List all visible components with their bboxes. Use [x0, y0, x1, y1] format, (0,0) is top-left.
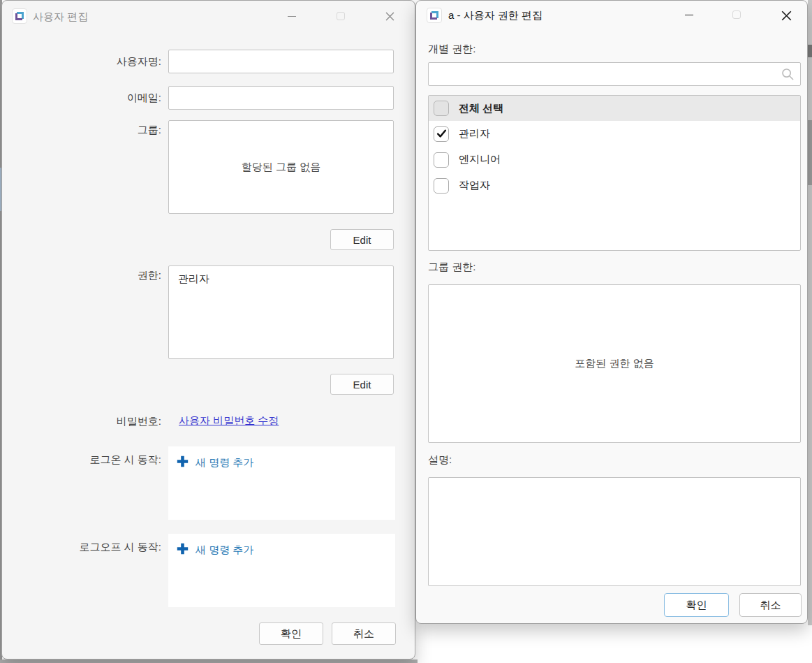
email-label: 이메일: [2, 92, 161, 105]
permission-list-items: 관리자 엔지니어 작업자 [429, 121, 800, 198]
password-label: 비밀번호: [2, 415, 161, 428]
description-label: 설명: [428, 453, 452, 467]
permissions-list-box[interactable]: 관리자 [168, 265, 394, 359]
cancel-button[interactable]: 취소 [739, 593, 802, 617]
edit-user-window: 사용자 편집 사용자명: 이메일: 그룹: 할당된 그룹 없음 Edit 권한:… [1, 0, 415, 660]
permission-list-item[interactable]: 관리자 [429, 121, 800, 147]
window-title: a - 사용자 권한 편집 [448, 9, 542, 22]
maximize-icon[interactable] [329, 6, 353, 27]
permission-list-item[interactable]: 엔지니어 [429, 147, 800, 173]
select-all-label: 전체 선택 [459, 102, 503, 115]
background-window-edge-right [808, 0, 812, 625]
description-textarea[interactable] [428, 477, 801, 586]
logon-actions-panel: 새 명령 추가 [168, 446, 395, 520]
select-all-row[interactable]: 전체 선택 [429, 96, 800, 121]
logoff-actions-panel: 새 명령 추가 [168, 534, 395, 607]
permission-label: 관리자 [459, 127, 490, 140]
group-permissions-label: 그룹 권한: [428, 261, 475, 274]
background-edge-right-segment [808, 45, 812, 57]
permission-search-input[interactable] [429, 63, 800, 85]
checkbox-icon[interactable] [434, 126, 449, 142]
permissions-label: 권한: [2, 269, 161, 282]
permission-label: 엔지니어 [459, 153, 501, 166]
change-password-link[interactable]: 사용자 비밀번호 수정 [179, 414, 279, 428]
background-edge-right-scrollbar [808, 120, 812, 185]
plus-icon [177, 543, 189, 558]
close-icon[interactable] [773, 3, 799, 27]
search-icon [781, 68, 795, 84]
minimize-icon[interactable] [677, 4, 701, 25]
permission-list: 전체 선택 관리자 엔지니어 작업자 [428, 95, 801, 251]
edit-user-titlebar[interactable]: 사용자 편집 [2, 1, 415, 33]
email-input[interactable] [168, 86, 394, 110]
cancel-button[interactable]: 취소 [332, 622, 396, 645]
add-command-label: 새 명령 추가 [195, 456, 253, 469]
logoff-actions-label: 로그오프 시 동작: [2, 541, 161, 554]
logon-add-command-button[interactable]: 새 명령 추가 [168, 446, 395, 470]
groups-label: 그룹: [2, 124, 161, 137]
ok-button[interactable]: 확인 [664, 593, 729, 617]
username-input[interactable] [168, 50, 394, 73]
group-permissions-box[interactable]: 포함된 권한 없음 [428, 284, 801, 443]
app-logo-icon [427, 8, 442, 23]
minimize-icon[interactable] [280, 6, 304, 27]
groups-edit-button[interactable]: Edit [330, 229, 394, 250]
add-command-label: 새 명령 추가 [195, 544, 253, 557]
plus-icon [177, 456, 189, 470]
individual-permissions-label: 개별 권한: [428, 43, 475, 56]
logon-actions-label: 로그온 시 동작: [2, 453, 161, 467]
checkbox-icon[interactable] [434, 178, 449, 194]
checkbox-icon[interactable] [434, 152, 449, 168]
edit-user-roles-window: a - 사용자 권한 편집 개별 권한: 전체 선택 [415, 0, 808, 624]
groups-empty-text: 할당된 그룹 없음 [242, 161, 320, 174]
close-icon[interactable] [378, 6, 401, 27]
permission-list-item[interactable]: 작업자 [429, 173, 800, 198]
logoff-add-command-button[interactable]: 새 명령 추가 [168, 534, 395, 558]
desktop: 사용자 편집 사용자명: 이메일: 그룹: 할당된 그룹 없음 Edit 권한:… [0, 0, 812, 663]
edit-roles-titlebar[interactable]: a - 사용자 권한 편집 [416, 1, 807, 30]
maximize-icon[interactable] [725, 4, 748, 25]
ok-button[interactable]: 확인 [259, 622, 323, 645]
username-label: 사용자명: [2, 55, 161, 68]
group-permissions-empty-text: 포함된 권한 없음 [575, 357, 654, 370]
permission-label: 작업자 [459, 179, 490, 192]
background-bottom-strip [0, 660, 418, 663]
permission-value: 관리자 [178, 272, 209, 284]
app-logo-icon [12, 8, 27, 24]
window-title: 사용자 편집 [33, 10, 88, 24]
permission-search-box [428, 62, 801, 86]
select-all-checkbox-icon[interactable] [434, 101, 449, 116]
groups-list-box[interactable]: 할당된 그룹 없음 [168, 120, 394, 214]
permissions-edit-button[interactable]: Edit [330, 374, 394, 395]
